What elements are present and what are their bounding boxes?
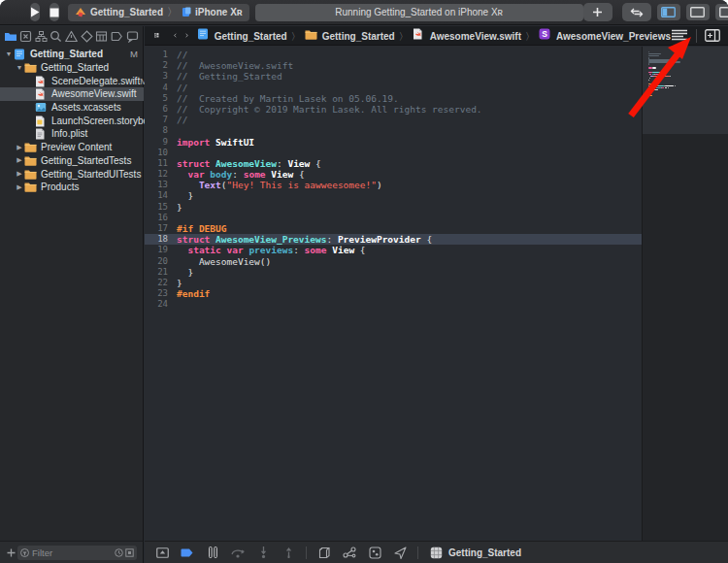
code-line-12[interactable]: 12 var body: some View { [145, 169, 642, 180]
code-text: // [168, 50, 187, 60]
line-number: 4 [145, 83, 168, 93]
tree-item-products[interactable]: ▶Products [0, 181, 144, 194]
debug-memory-graph-button[interactable] [342, 546, 357, 559]
line-number: 21 [145, 267, 168, 278]
disclosure-triangle-icon[interactable]: ▼ [15, 64, 24, 71]
breadcrumb-item[interactable]: Getting_Started [322, 31, 395, 42]
disclosure-triangle-icon[interactable]: ▶ [15, 144, 24, 151]
code-line-18[interactable]: 18struct AwesomeView_Previews: PreviewPr… [145, 234, 642, 245]
related-items-icon[interactable] [154, 29, 159, 42]
tree-item-getting-starteduitests[interactable]: ▶Getting_StartedUITests [0, 167, 144, 181]
pause-execution-button[interactable] [205, 546, 220, 559]
breadcrumb-separator: 〉 [525, 31, 535, 42]
code-text: // Created by Martin Lasek on 05.06.19. [168, 93, 399, 104]
simulate-location-button[interactable] [392, 546, 408, 559]
code-line-15[interactable]: 15} [145, 202, 642, 213]
tree-item-launchscreen-storyboard[interactable]: LaunchScreen.storyboard [0, 114, 144, 127]
panel-left-icon [661, 7, 676, 17]
assets-file-icon [35, 102, 48, 113]
step-into-button[interactable] [255, 546, 271, 559]
report-navigator-icon[interactable] [125, 29, 139, 43]
disclosure-triangle-icon[interactable]: ▶ [15, 170, 24, 178]
code-text: #endif [168, 288, 210, 299]
code-line-8[interactable]: 8 [145, 125, 642, 136]
disclosure-triangle-icon[interactable]: ▼ [4, 50, 14, 57]
debug-process-label[interactable]: Getting_Started [448, 547, 521, 558]
minimap-line-mark [661, 74, 662, 75]
breadcrumb-item[interactable]: Getting_Started [215, 31, 287, 42]
step-out-button[interactable] [281, 546, 296, 559]
source-editor[interactable]: 1//2// AwesomeView.swift3// Getting_Star… [145, 47, 642, 541]
code-line-2[interactable]: 2// AwesomeView.swift [145, 60, 642, 71]
code-line-3[interactable]: 3// Getting_Started [145, 71, 642, 82]
tree-item-awesomeview-swift[interactable]: AwesomeView.swift [0, 87, 144, 101]
tree-item-getting-started[interactable]: ▼Getting_StartedM [0, 48, 144, 61]
code-line-11[interactable]: 11struct AwesomeView: View { [145, 158, 642, 169]
code-line-19[interactable]: 19 static var previews: some View { [145, 245, 642, 255]
folder-file-icon [24, 169, 37, 180]
breadcrumb-item[interactable]: AwesomeView_Previews [556, 31, 671, 42]
swift-file-icon [35, 76, 48, 86]
source-control-icon[interactable] [19, 29, 33, 43]
tree-item-label: Getting_StartedTests [41, 155, 131, 166]
breakpoint-navigator-icon[interactable] [111, 29, 124, 43]
code-line-7[interactable]: 7// [145, 115, 642, 125]
go-back-icon[interactable] [174, 30, 177, 41]
tree-item-getting-startedtests[interactable]: ▶Getting_StartedTests [0, 154, 144, 168]
disclosure-triangle-icon[interactable]: ▶ [15, 156, 24, 164]
find-navigator-icon[interactable] [50, 29, 63, 43]
hide-debug-area-button[interactable] [154, 546, 170, 559]
test-navigator-icon[interactable] [80, 29, 93, 43]
code-review-button[interactable] [622, 3, 651, 21]
code-line-9[interactable]: 9import SwiftUI [145, 137, 642, 148]
code-line-17[interactable]: 17#if DEBUG [145, 223, 642, 234]
code-line-14[interactable]: 14 } [145, 190, 642, 201]
code-line-21[interactable]: 21 } [145, 267, 642, 278]
toggle-breakpoints-button[interactable] [180, 546, 195, 559]
tree-item-getting-started[interactable]: ▼Getting_Started [0, 61, 144, 75]
stop-button[interactable] [50, 3, 59, 21]
project-navigator-icon[interactable] [4, 29, 17, 43]
debug-view-hierarchy-button[interactable] [316, 546, 332, 559]
code-line-5[interactable]: 5// Created by Martin Lasek on 05.06.19. [145, 93, 642, 104]
tree-item-info-plist[interactable]: Info.plist [0, 127, 144, 141]
tree-item-scenedelegate-swift[interactable]: SceneDelegate.swiftM [0, 74, 144, 87]
code-line-1[interactable]: 1// [145, 50, 642, 60]
svg-text:S: S [542, 29, 547, 39]
code-line-24[interactable]: 24 [145, 299, 642, 310]
filter-input[interactable]: Filter [17, 546, 137, 560]
scope-box-icon[interactable] [125, 548, 134, 557]
toggle-debug-panel-button[interactable] [686, 4, 710, 20]
breadcrumb-item[interactable]: AwesomeView.swift [430, 31, 521, 42]
toggle-inspector-panel-button[interactable] [715, 4, 728, 20]
code-line-22[interactable]: 22} [145, 278, 642, 288]
code-line-16[interactable]: 16 [145, 213, 642, 223]
recents-clock-icon[interactable] [115, 548, 123, 557]
add-file-icon[interactable] [7, 548, 16, 557]
symbol-navigator-icon[interactable] [34, 29, 48, 43]
editor-minimap[interactable] [642, 47, 728, 541]
disclosure-triangle-icon[interactable]: ▶ [15, 183, 24, 191]
step-over-button[interactable] [230, 546, 246, 559]
code-line-10[interactable]: 10 [145, 148, 642, 158]
panel-right-icon [719, 7, 728, 17]
code-line-20[interactable]: 20 AwesomeView() [145, 256, 642, 267]
code-line-4[interactable]: 4// [145, 83, 642, 93]
tree-item-preview-content[interactable]: ▶Preview Content [0, 141, 144, 154]
go-forward-icon[interactable] [185, 30, 188, 41]
navigator-icon-bar [0, 26, 143, 46]
code-line-13[interactable]: 13 Text("Hey! This is aawweesomee!") [145, 180, 642, 190]
library-add-button[interactable] [583, 3, 612, 21]
debug-navigator-icon[interactable] [95, 29, 109, 43]
editor-options-icon[interactable] [671, 29, 688, 42]
environment-overrides-button[interactable] [367, 546, 382, 559]
tree-item-assets-xcassets[interactable]: Assets.xcassets [0, 101, 144, 115]
add-editor-icon[interactable] [705, 29, 720, 42]
toggle-navigator-panel-button[interactable] [657, 4, 680, 20]
code-text: import SwiftUI [168, 137, 254, 148]
issue-navigator-icon[interactable] [65, 29, 79, 43]
run-button[interactable] [30, 3, 40, 21]
scheme-selector[interactable]: Getting_Started 〉 iPhone Xʀ [68, 4, 249, 21]
code-line-6[interactable]: 6// Copyright © 2019 Martin Lasek. All r… [145, 104, 642, 115]
code-line-23[interactable]: 23#endif [145, 288, 642, 299]
